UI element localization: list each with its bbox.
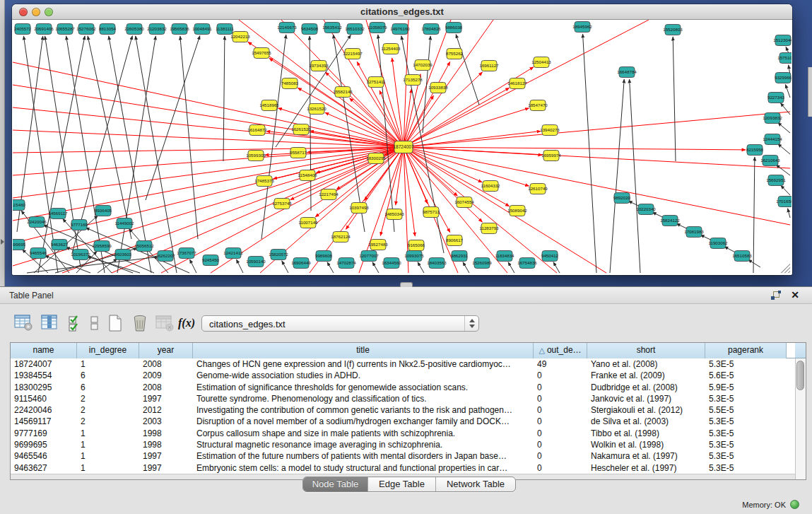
graph-node[interactable]: 11007149	[298, 218, 318, 228]
graph-node[interactable]: 9115460	[13, 200, 25, 211]
window-titlebar[interactable]: citations_edges.txt	[12, 4, 792, 20]
graph-node[interactable]: 16510332	[345, 24, 365, 35]
graph-node[interactable]: 10599305	[246, 151, 266, 161]
column-header-year[interactable]: year	[139, 343, 193, 358]
column-header-in_degree[interactable]: in_degree	[77, 343, 139, 358]
graph-node[interactable]: 10397493	[349, 203, 369, 214]
panel-drag-handle[interactable]	[400, 282, 413, 287]
table-row[interactable]: 1830029562008Estimation of significance …	[11, 382, 795, 393]
graph-node[interactable]: 17016504	[776, 197, 792, 207]
graph-node[interactable]: 16262207	[155, 251, 175, 262]
graph-node[interactable]: 15751074	[777, 53, 792, 64]
graph-node[interactable]: 9634508	[301, 24, 319, 35]
graph-node[interactable]: 13940273	[540, 125, 560, 136]
graph-node[interactable]: 8215958	[746, 145, 764, 156]
graph-node[interactable]: 10655287	[55, 24, 75, 35]
graph-node[interactable]: 16754836	[517, 258, 537, 269]
graph-node[interactable]: 15582145	[333, 87, 353, 98]
graph-node[interactable]: 16961127	[479, 61, 499, 71]
graph-node[interactable]: 14518965	[259, 100, 279, 111]
table-vertical-scrollbar[interactable]	[795, 358, 806, 479]
graph-node[interactable]: 16648784	[617, 67, 637, 78]
graph-node[interactable]: 16906449	[291, 258, 311, 269]
graph-node[interactable]: 9989608	[315, 251, 333, 262]
graph-node[interactable]: 12610749	[528, 184, 548, 194]
graph-node[interactable]: 16959974	[541, 151, 561, 161]
graph-node[interactable]: 15260989	[472, 258, 492, 269]
graph-node[interactable]: 12751411	[366, 77, 386, 88]
graph-node[interactable]: 11449002	[114, 218, 134, 229]
graph-node[interactable]: 20691406	[34, 24, 54, 35]
table-row[interactable]: 946362711997Embryonic stem cells: a mode…	[11, 462, 795, 474]
graph-node[interactable]: 15820572	[269, 250, 288, 260]
graph-node[interactable]: 17485373	[254, 176, 274, 187]
graph-node[interactable]: 11058079	[367, 23, 387, 33]
graph-node[interactable]: 9450412	[541, 251, 559, 262]
table-row[interactable]: 969969511998Structural magnetic resonanc…	[11, 439, 795, 450]
graph-node[interactable]: 15824122	[660, 216, 680, 226]
graph-node[interactable]: 15692951	[766, 175, 786, 186]
graph-node[interactable]: 9227343	[767, 93, 785, 103]
graph-node[interactable]: 17804826	[421, 24, 441, 35]
graph-node[interactable]: 11903062	[708, 238, 728, 249]
graph-node[interactable]: 14702874	[336, 258, 356, 269]
graph-node[interactable]: 9465546	[30, 248, 47, 259]
graph-node[interactable]: 16510583	[732, 251, 752, 262]
column-header-short[interactable]: short	[587, 343, 705, 358]
graph-node[interactable]: 16210643	[760, 156, 780, 166]
graph-node[interactable]: 9892020	[613, 193, 631, 204]
graph-node[interactable]: 13261520	[307, 104, 326, 115]
graph-node[interactable]: 16261520	[291, 124, 311, 135]
graph-node[interactable]: 9329966	[775, 73, 792, 83]
tab-network-table[interactable]: Network Table	[436, 477, 515, 491]
graph-node[interactable]: 16344560	[382, 258, 401, 269]
tab-node-table[interactable]: Node Table	[303, 477, 368, 491]
graph-node[interactable]: 15497655	[252, 48, 271, 59]
graph-node[interactable]: 11604332	[481, 181, 500, 192]
graph-node[interactable]: 12958599	[92, 241, 112, 252]
graph-node[interactable]: 21203832	[147, 24, 167, 35]
graph-node[interactable]: 9699695	[13, 240, 26, 250]
graph-node[interactable]: 9558717	[290, 148, 307, 158]
graph-node[interactable]: 11834834	[495, 251, 514, 262]
memory-status-indicator[interactable]	[790, 500, 799, 509]
graph-node[interactable]: 10933838	[428, 83, 448, 93]
graph-node[interactable]: 8936405	[95, 206, 112, 216]
graph-node[interactable]: 16074554	[454, 197, 474, 208]
graph-node[interactable]: 17135278	[403, 75, 423, 86]
table-select-dropdown[interactable]: citations_edges.txt	[201, 315, 479, 332]
tab-edge-table[interactable]: Edge Table	[368, 477, 436, 491]
graph-node[interactable]: 12042213	[230, 32, 250, 42]
graph-node[interactable]: 10993075	[404, 251, 424, 262]
table-row[interactable]: 1456911722003Disruption of a novel membe…	[11, 416, 795, 427]
function-builder-button[interactable]: f(x)	[178, 317, 195, 329]
graph-node[interactable]: 22420046	[27, 217, 47, 228]
table-row[interactable]: 1872400712008Changes of HCN gene express…	[11, 358, 795, 370]
graph-node[interactable]: 11381111	[216, 24, 234, 35]
table-row[interactable]: 977716911998Corpus callosum shape and si…	[11, 428, 795, 439]
graph-node[interactable]: 2405572	[14, 24, 32, 35]
graph-node[interactable]: 14702039	[413, 60, 433, 71]
graph-node[interactable]: 18547470	[528, 100, 548, 111]
graph-node[interactable]: 10196372	[71, 250, 90, 260]
table-row[interactable]: 2242004622012Investigating the contribut…	[11, 404, 795, 416]
graph-node[interactable]: 9875713	[423, 207, 440, 218]
graph-node[interactable]: 19527483	[368, 240, 388, 250]
graph-node[interactable]: 14618127	[507, 78, 527, 89]
select-rows-icon[interactable]	[68, 314, 82, 332]
close-panel-icon[interactable]: ✕	[791, 289, 799, 300]
graph-node[interactable]: 10048491	[192, 24, 212, 35]
table-row[interactable]: 1938455462009Genome-wide association stu…	[11, 370, 795, 381]
graph-node[interactable]: 16164872	[247, 125, 267, 136]
graph-node[interactable]: 8906617	[446, 235, 464, 246]
window-resize-grip[interactable]	[781, 264, 790, 273]
float-panel-icon[interactable]	[771, 291, 781, 300]
graph-node[interactable]: 18724007	[393, 141, 414, 153]
import-table-icon[interactable]	[155, 314, 174, 332]
graph-node[interactable]: 12140673	[277, 23, 297, 33]
graph-node[interactable]: 19734393	[309, 61, 329, 71]
row-height-icon[interactable]	[90, 314, 99, 332]
graph-node[interactable]: 7485083	[281, 78, 299, 89]
graph-node[interactable]: 15123044	[773, 35, 792, 46]
graph-node[interactable]: 12444154	[763, 134, 782, 145]
